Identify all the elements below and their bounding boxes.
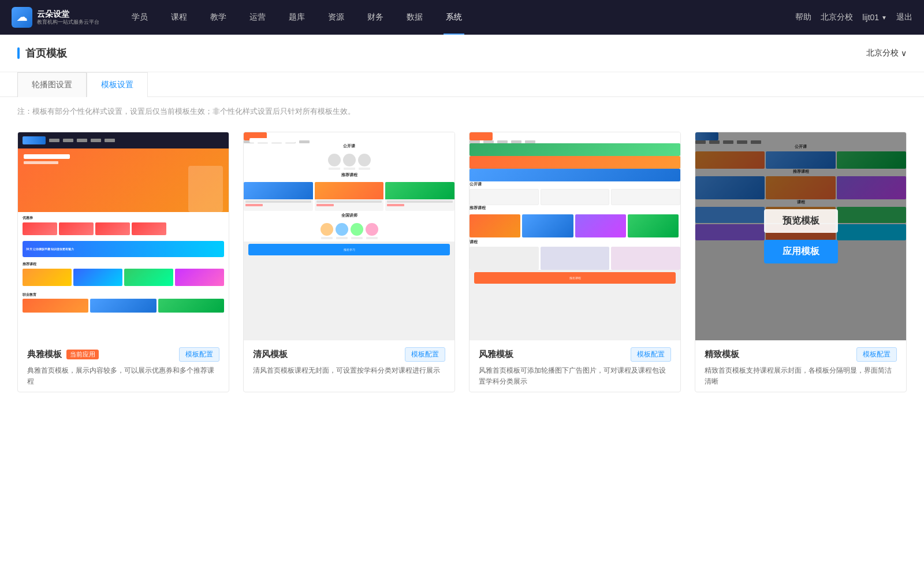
template-preview-2: 公开课 推荐课程: [244, 132, 454, 340]
nav-items: 学员 课程 教学 运营 题库 资源 财务 数据 系统: [122, 0, 795, 35]
template-config-btn-3[interactable]: 模板配置: [631, 347, 671, 362]
nav-item-finance[interactable]: 财务: [358, 0, 393, 35]
navbar: ☁ 云朵设堂 教育机构一站式服务云平台 学员 课程 教学 运营 题库 资源 财务…: [0, 0, 924, 35]
template-card-4: 公开课 推荐课程: [695, 132, 907, 392]
template-name-2: 清风模板: [253, 349, 288, 360]
note-area: 注：模板有部分个性化样式设置，设置后仅当前模板生效；非个性化样式设置后只针对所有…: [0, 97, 924, 126]
template-desc-4: 精致首页模板支持课程展示封面，各模板分隔明显，界面简洁清晰: [705, 365, 897, 387]
template-desc-1: 典雅首页模板，展示内容较多，可以展示优惠券和多个推荐课程: [27, 365, 219, 387]
nav-item-resource[interactable]: 资源: [319, 0, 353, 35]
template-name-row-1: 典雅模板 当前应用 模板配置: [27, 347, 219, 362]
template-name-row-2: 清风模板 模板配置: [253, 347, 445, 362]
nav-user[interactable]: lijt01 ▼: [862, 13, 887, 22]
chevron-down-icon: ▼: [881, 14, 887, 21]
template-screenshot-2: 公开课 推荐课程: [244, 132, 454, 340]
nav-item-teaching[interactable]: 教学: [201, 0, 236, 35]
template-screenshot-3: 公开课 推荐课程: [470, 132, 680, 340]
nav-item-system[interactable]: 系统: [437, 0, 471, 35]
template-overlay-4: 预览模板 应用模板: [695, 132, 906, 340]
tabs-area: 轮播图设置 模板设置: [0, 72, 924, 97]
template-preview-1: 优惠券 30天 让你摆脱平庸 知识使你更有魅力 推荐课程: [18, 132, 229, 340]
templates-grid: 优惠券 30天 让你摆脱平庸 知识使你更有魅力 推荐课程: [0, 126, 924, 415]
template-badge-1: 当前应用: [66, 350, 99, 359]
template-config-btn-2[interactable]: 模板配置: [405, 347, 445, 362]
template-name-3: 风雅模板: [479, 349, 513, 360]
apply-template-btn[interactable]: 应用模板: [764, 240, 838, 263]
logo-icon: ☁: [12, 7, 32, 28]
template-card-footer-4: 精致模板 模板配置 精致首页模板支持课程展示封面，各模板分隔明显，界面简洁清晰: [695, 340, 906, 392]
title-bar-decoration: [17, 47, 20, 59]
nav-item-student[interactable]: 学员: [122, 0, 157, 35]
nav-branch[interactable]: 北京分校: [821, 12, 853, 23]
template-card-footer-3: 风雅模板 模板配置 风雅首页模板可添加轮播图下广告图片，可对课程及课程包设置学科…: [470, 340, 680, 392]
page-title: 首页模板: [17, 46, 67, 60]
logo-main: 云朵设堂: [37, 9, 99, 19]
preview-template-btn[interactable]: 预览模板: [764, 209, 838, 233]
template-card-footer-2: 清风模板 模板配置 清风首页模板课程无封面，可设置按学科分类对课程进行展示: [244, 340, 454, 381]
nav-item-data[interactable]: 数据: [397, 0, 432, 35]
nav-item-quiz[interactable]: 题库: [280, 0, 314, 35]
template-config-btn-4[interactable]: 模板配置: [856, 347, 897, 362]
logo: ☁ 云朵设堂 教育机构一站式服务云平台: [12, 7, 99, 28]
page-header: 首页模板 北京分校 ∨: [0, 35, 924, 72]
template-config-btn-1[interactable]: 模板配置: [179, 347, 219, 362]
template-card-2: 公开课 推荐课程: [243, 132, 455, 392]
template-screenshot-1: 优惠券 30天 让你摆脱平庸 知识使你更有魅力 推荐课程: [18, 132, 229, 340]
nav-logout[interactable]: 退出: [896, 12, 912, 23]
template-name-row-4: 精致模板 模板配置: [705, 347, 897, 362]
note-text: 注：模板有部分个性化样式设置，设置后仅当前模板生效；非个性化样式设置后只针对所有…: [17, 107, 355, 116]
template-name-row-3: 风雅模板 模板配置: [479, 347, 671, 362]
branch-selector[interactable]: 北京分校 ∨: [866, 48, 907, 58]
chevron-down-icon: ∨: [901, 49, 907, 58]
template-card-3: 公开课 推荐课程: [469, 132, 681, 392]
logo-sub: 教育机构一站式服务云平台: [37, 19, 99, 25]
tab-template[interactable]: 模板设置: [87, 72, 148, 97]
nav-username: lijt01: [862, 13, 879, 22]
nav-right: 帮助 北京分校 lijt01 ▼ 退出: [795, 12, 912, 23]
template-card-footer-1: 典雅模板 当前应用 模板配置 典雅首页模板，展示内容较多，可以展示优惠券和多个推…: [18, 340, 229, 392]
branch-selector-label: 北京分校: [866, 48, 899, 58]
page-title-text: 首页模板: [25, 46, 67, 60]
template-name-4: 精致模板: [705, 349, 739, 360]
template-desc-2: 清风首页模板课程无封面，可设置按学科分类对课程进行展示: [253, 365, 445, 376]
tab-carousel[interactable]: 轮播图设置: [17, 72, 87, 97]
template-name-1: 典雅模板: [27, 349, 62, 360]
nav-item-course[interactable]: 课程: [162, 0, 196, 35]
template-preview-4: 公开课 推荐课程: [695, 132, 906, 340]
page-container: 首页模板 北京分校 ∨ 轮播图设置 模板设置 注：模板有部分个性化样式设置，设置…: [0, 35, 924, 572]
logo-text: 云朵设堂 教育机构一站式服务云平台: [37, 9, 99, 25]
nav-help[interactable]: 帮助: [795, 12, 811, 23]
template-desc-3: 风雅首页模板可添加轮播图下广告图片，可对课程及课程包设置学科分类展示: [479, 365, 671, 387]
template-card-1: 优惠券 30天 让你摆脱平庸 知识使你更有魅力 推荐课程: [17, 132, 229, 392]
nav-item-operation[interactable]: 运营: [240, 0, 275, 35]
template-preview-3: 公开课 推荐课程: [470, 132, 680, 340]
